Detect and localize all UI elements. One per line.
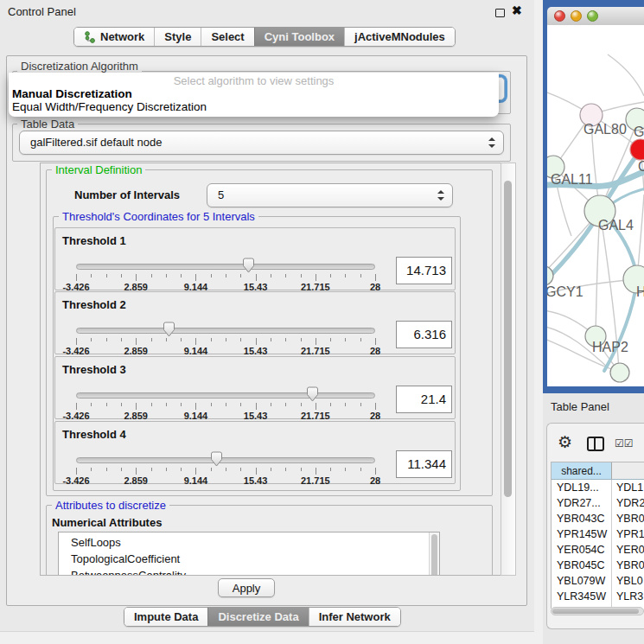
slider-thumb[interactable] (163, 322, 175, 337)
table-panel-card: ⚙ ☑☑ shared...nYDL19...YDL1YDR27...YDR2Y… (546, 423, 644, 629)
table-cell: YDR27... (552, 495, 612, 511)
slider-track[interactable] (76, 264, 375, 270)
apply-button[interactable]: Apply (218, 578, 275, 597)
close-icon[interactable]: ✖ (512, 3, 522, 17)
cyni-bottom-tabs: Impute DataDiscretize DataInfer Network (124, 607, 401, 627)
threshold-panel-4: Threshold 4-3.4262.8599.14415.4321.71528… (54, 421, 456, 484)
tab-style[interactable]: Style (154, 28, 201, 46)
slider-ticks (76, 338, 375, 346)
table-data-combo[interactable]: galFiltered.sif default node (19, 131, 504, 155)
table-row[interactable]: YPR145WYPR1 (552, 526, 644, 542)
algorithm-dropdown-popup: Select algorithm to view settings Manual… (9, 73, 499, 117)
gear-icon[interactable]: ⚙ (558, 432, 572, 452)
slider-tick-label: 15.43 (244, 475, 268, 486)
popup-item-equal-width-frequency[interactable]: Equal Width/Frequency Discretization (12, 100, 207, 113)
tab-network[interactable]: Network (74, 28, 154, 46)
threshold-value-field[interactable]: 21.4 (396, 386, 452, 413)
tab-label: Select (211, 30, 244, 43)
close-traffic-light-icon[interactable] (554, 10, 565, 22)
table-cell: YER0 (612, 542, 644, 558)
num-intervals-combo[interactable]: 5 (207, 183, 453, 207)
tab-label: Infer Network (319, 610, 391, 623)
float-panel-icon[interactable] (495, 9, 505, 17)
table-cell: YPR1 (612, 526, 644, 542)
num-intervals-label: Number of Intervals (74, 188, 180, 201)
num-intervals-value: 5 (218, 184, 224, 207)
tab-discretize-data[interactable]: Discretize Data (207, 608, 308, 626)
slider-tick-label: 28 (370, 346, 380, 356)
table-horizontal-scrollbar[interactable] (551, 607, 644, 615)
settings-vertical-scrollbar[interactable] (501, 163, 516, 576)
threshold-value-field[interactable]: 14.713 (396, 257, 452, 284)
slider-track[interactable] (76, 392, 375, 399)
network-node (610, 363, 629, 382)
node-label-gcy1: GCY1 (547, 284, 583, 299)
threshold-label: Threshold 4 (62, 428, 126, 441)
slider-tick-label: -3.426 (62, 346, 89, 356)
bottom-strip (0, 631, 534, 644)
tab-impute-data[interactable]: Impute Data (124, 608, 207, 626)
attribute-list-item[interactable]: BetweennessCentrality (59, 567, 439, 576)
network-node-gcy1 (547, 266, 553, 285)
network-view-window: GAL80 G C GAL11 GAL4 GCY1 H HAP2 (543, 0, 644, 393)
table-row[interactable]: YBR043CYBR0 (552, 511, 644, 526)
attribute-list-item[interactable]: TopologicalCoefficient (59, 551, 439, 567)
node-label-fragment-c: C (638, 159, 644, 174)
list-scrollbar[interactable] (429, 532, 439, 576)
table-cell: YDR2 (612, 495, 644, 511)
tab-label: Discretize Data (218, 610, 298, 623)
slider-tick-label: 15.43 (244, 411, 268, 421)
table-row[interactable]: YER054CYER0 (552, 542, 644, 558)
table-row[interactable]: YBL079WYBL0 (552, 573, 644, 589)
threshold-value-field[interactable]: 11.344 (396, 450, 452, 478)
slider-ticks (76, 468, 375, 475)
node-label-gal80: GAL80 (583, 122, 627, 137)
tab-label: Style (164, 30, 191, 43)
network-icon (84, 31, 96, 43)
algorithm-placeholder: Select algorithm to view settings (9, 74, 499, 87)
slider-tick-label: 9.144 (184, 346, 208, 356)
table-cell: YLR345W (552, 589, 612, 604)
zoom-traffic-light-icon[interactable] (587, 10, 598, 22)
table-row[interactable]: YLR345WYLR3 (552, 589, 644, 604)
table-cell: YPR145W (552, 526, 612, 542)
table-row[interactable]: YBR045CYBR0 (552, 558, 644, 573)
tab-select[interactable]: Select (201, 28, 253, 46)
table-column-header[interactable]: n (612, 462, 644, 480)
slider-tick-label: 2.859 (124, 475, 148, 486)
slider-tick-label: 9.144 (184, 411, 208, 421)
table-cell: YBR043C (552, 511, 612, 526)
slider-thumb[interactable] (242, 258, 255, 273)
settings-scroll-area: Interval Definition Number of Intervals … (40, 163, 501, 576)
stepper-icon (488, 137, 495, 148)
numerical-attributes-list[interactable]: SelfLoopsTopologicalCoefficientBetweenne… (58, 532, 440, 576)
table-cell: YLR3 (612, 589, 644, 604)
table-column-header[interactable]: shared... (552, 462, 612, 480)
slider-track[interactable] (76, 457, 375, 463)
tab-jactivemnodules[interactable]: jActiveMNodules (344, 28, 455, 46)
tab-infer-network[interactable]: Infer Network (309, 608, 400, 626)
popup-item-manual-discretization[interactable]: Manual Discretization (12, 87, 132, 100)
network-canvas[interactable]: GAL80 G C GAL11 GAL4 GCY1 H HAP2 (547, 25, 644, 386)
slider-thumb[interactable] (306, 386, 319, 402)
select-columns-icon[interactable]: ☑☑ (615, 437, 634, 450)
table-cell: YBL0 (612, 573, 644, 589)
node-table[interactable]: shared...nYDL19...YDL1YDR27...YDR2YBR043… (551, 462, 644, 609)
table-row[interactable]: YDR27...YDR2 (552, 495, 644, 511)
slider-thumb[interactable] (210, 451, 223, 467)
attributes-group-title: Attributes to discretize (52, 499, 169, 512)
network-window-titlebar[interactable] (547, 7, 644, 26)
tab-cyni-toolbox[interactable]: Cyni Toolbox (254, 28, 344, 46)
threshold-value-field[interactable]: 6.316 (396, 321, 452, 348)
minimize-traffic-light-icon[interactable] (571, 10, 582, 22)
slider-tick-label: 21.715 (301, 346, 330, 356)
table-cell: YER054C (552, 542, 612, 558)
slider-tick-label: 21.715 (301, 475, 330, 486)
table-row[interactable]: YDL19...YDL1 (552, 480, 644, 495)
slider-track[interactable] (76, 328, 375, 334)
slider-ticks (76, 274, 375, 282)
attribute-list-item[interactable]: SelfLoops (59, 532, 439, 551)
split-columns-icon[interactable] (587, 437, 604, 451)
table-cell: YDL19... (552, 480, 612, 495)
table-cell: YBL079W (552, 573, 612, 589)
